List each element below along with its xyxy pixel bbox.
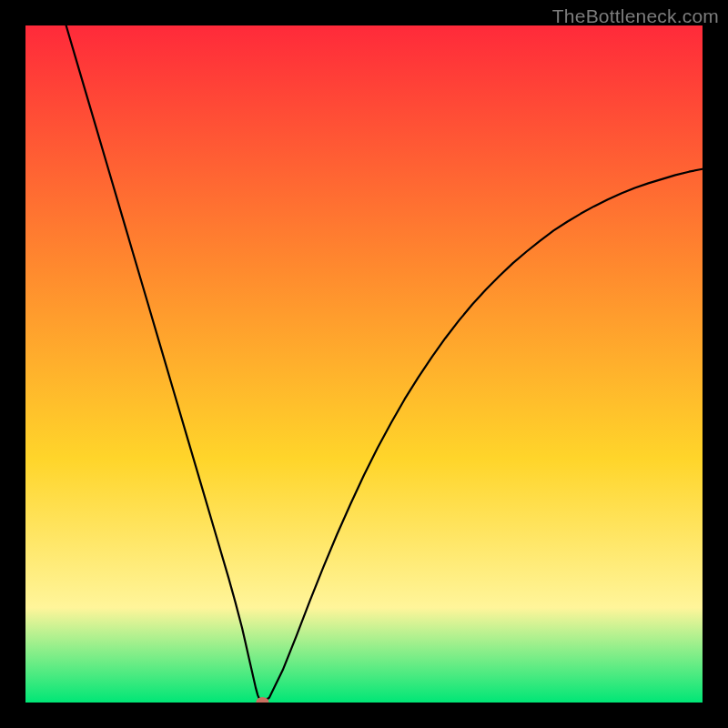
chart-frame: TheBottleneck.com [0,0,728,728]
plot-area [25,25,703,703]
gradient-bg [25,25,703,703]
watermark-text: TheBottleneck.com [552,5,719,27]
chart-svg [25,25,703,703]
